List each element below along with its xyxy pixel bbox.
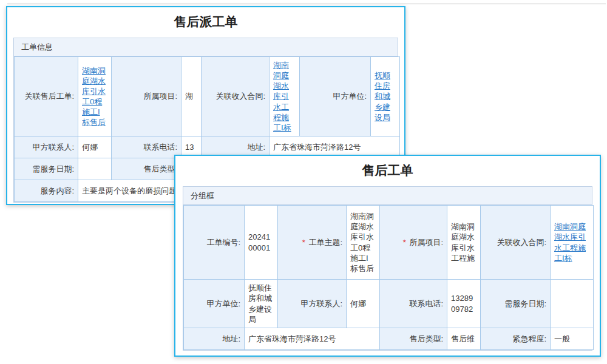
field-label: 甲方单位: (184, 280, 245, 328)
field-label: 联系电话: (112, 136, 181, 158)
field-label: 甲方联系人: (278, 280, 347, 328)
field-value: 广东省珠海市菏泽路12号 (245, 328, 380, 350)
form-row: 甲方单位:抚顺住房和城乡建设局甲方联系人:何娜联系电话:1328909782需服… (184, 280, 594, 328)
field-value: 2024100001 (245, 206, 278, 280)
field-label: 售后类型: (112, 158, 181, 180)
field-label: 联系电话: (380, 280, 447, 328)
field-value: 湖南洞庭湖水库引水工0程施工I标售后 (347, 206, 380, 280)
service-order-groupbox-header: 分组框 (183, 187, 592, 205)
required-asterisk: * (302, 238, 305, 247)
record-link[interactable]: 湖南洞庭湖水库引水工0程施工I标售后 (82, 66, 106, 127)
field-label: 需服务日期: (481, 280, 551, 328)
field-label: 所属项目: (112, 57, 181, 136)
field-label: 紧急程度: (481, 328, 551, 350)
field-label: * 工单主题: (278, 206, 347, 280)
field-label: 地址: (184, 328, 245, 350)
service-order-groupbox: 分组框 工单编号:2024100001* 工单主题:湖南洞庭湖水库引水工0程施工… (183, 186, 592, 351)
required-asterisk: * (403, 238, 406, 247)
background-edge-line (7, 4, 606, 4)
field-value: 湖南洞庭湖水库引水工程施工I标 (551, 206, 594, 280)
form-row: 地址:广东省珠海市菏泽路12号售后类型:售后维紧急程度:一般 (184, 328, 594, 350)
field-value: 一般 (551, 328, 594, 350)
field-value: 何娜 (78, 136, 112, 158)
field-label: 服务内容: (15, 180, 78, 202)
dispatch-order-title: 售后派工单 (7, 13, 404, 30)
field-value: 售后维 (447, 328, 481, 350)
field-value: 抚顺住房和城乡建设局 (245, 280, 278, 328)
field-value: 抚顺住房和城乡建设局 (371, 57, 400, 136)
field-label: 甲方单位: (300, 57, 371, 136)
record-link[interactable]: 湖南洞庭湖水库引水工程施工I标 (273, 61, 291, 132)
form-row: 工单编号:2024100001* 工单主题:湖南洞庭湖水库引水工0程施工I标售后… (184, 206, 594, 280)
field-value: 1328909782 (447, 280, 481, 328)
record-link[interactable]: 湖南洞庭湖水库引水工程施工I标 (554, 222, 586, 262)
field-label: 售后类型: (380, 328, 447, 350)
field-value: 湖南洞庭湖水库引水工0程施工I标售后 (78, 57, 112, 136)
field-value: 湖 (181, 57, 202, 136)
field-label: 关联收入合同: (481, 206, 551, 280)
field-value (551, 280, 594, 328)
record-link[interactable]: 抚顺住房和城乡建设局 (375, 71, 390, 122)
order-info-groupbox-header: 工单信息 (14, 38, 398, 56)
field-value (78, 158, 112, 180)
field-label: 工单编号: (184, 206, 245, 280)
field-value: 湖南洞庭湖水库引水工程施工I标 (270, 57, 300, 136)
field-label: 关联收入合同: (202, 57, 270, 136)
service-order-title: 售后工单 (175, 162, 600, 179)
field-value: 何娜 (347, 280, 380, 328)
field-label: 需服务日期: (15, 158, 78, 180)
field-value: 湖南洞庭湖水库引水工程施 (447, 206, 481, 280)
field-label: * 所属项目: (380, 206, 447, 280)
form-row: 关联售后工单:湖南洞庭湖水库引水工0程施工I标售后所属项目:湖关联收入合同:湖南… (15, 57, 400, 136)
field-label: 关联售后工单: (15, 57, 78, 136)
field-label: 甲方联系人: (15, 136, 78, 158)
service-order-table: 工单编号:2024100001* 工单主题:湖南洞庭湖水库引水工0程施工I标售后… (183, 205, 594, 350)
service-order-window: 售后工单 分组框 工单编号:2024100001* 工单主题:湖南洞庭湖水库引水… (174, 155, 601, 357)
